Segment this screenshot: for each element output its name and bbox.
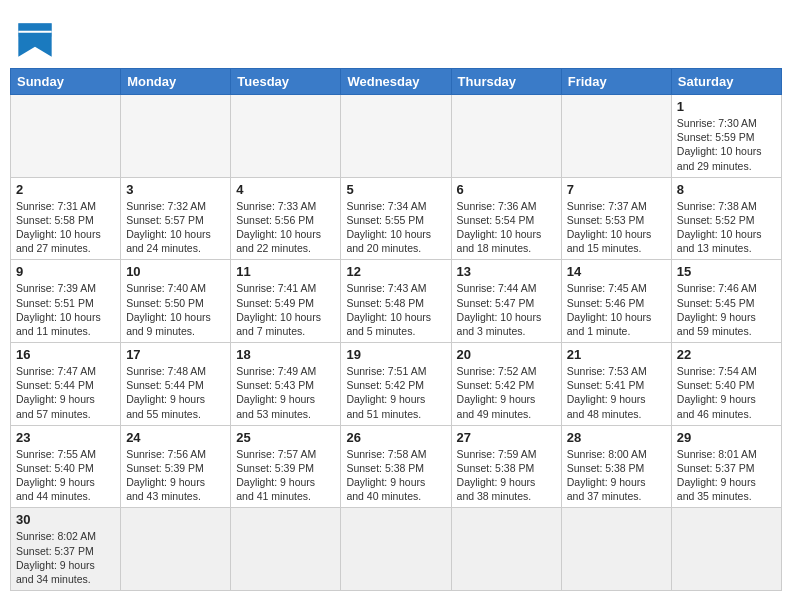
day-info: Sunrise: 7:52 AMSunset: 5:42 PMDaylight:… — [457, 364, 556, 421]
calendar-week-4: 16Sunrise: 7:47 AMSunset: 5:44 PMDayligh… — [11, 343, 782, 426]
calendar-cell — [561, 95, 671, 178]
calendar-week-1: 1Sunrise: 7:30 AMSunset: 5:59 PMDaylight… — [11, 95, 782, 178]
day-number: 21 — [567, 347, 666, 362]
calendar-cell: 4Sunrise: 7:33 AMSunset: 5:56 PMDaylight… — [231, 177, 341, 260]
day-info: Sunrise: 7:31 AMSunset: 5:58 PMDaylight:… — [16, 199, 115, 256]
calendar-cell: 10Sunrise: 7:40 AMSunset: 5:50 PMDayligh… — [121, 260, 231, 343]
calendar-cell: 24Sunrise: 7:56 AMSunset: 5:39 PMDayligh… — [121, 425, 231, 508]
calendar-cell: 18Sunrise: 7:49 AMSunset: 5:43 PMDayligh… — [231, 343, 341, 426]
calendar-cell: 2Sunrise: 7:31 AMSunset: 5:58 PMDaylight… — [11, 177, 121, 260]
day-info: Sunrise: 8:01 AMSunset: 5:37 PMDaylight:… — [677, 447, 776, 504]
day-info: Sunrise: 7:45 AMSunset: 5:46 PMDaylight:… — [567, 281, 666, 338]
weekday-tuesday: Tuesday — [231, 69, 341, 95]
calendar-cell: 1Sunrise: 7:30 AMSunset: 5:59 PMDaylight… — [671, 95, 781, 178]
day-number: 15 — [677, 264, 776, 279]
day-info: Sunrise: 7:33 AMSunset: 5:56 PMDaylight:… — [236, 199, 335, 256]
day-number: 25 — [236, 430, 335, 445]
day-info: Sunrise: 7:38 AMSunset: 5:52 PMDaylight:… — [677, 199, 776, 256]
day-info: Sunrise: 7:39 AMSunset: 5:51 PMDaylight:… — [16, 281, 115, 338]
day-info: Sunrise: 7:59 AMSunset: 5:38 PMDaylight:… — [457, 447, 556, 504]
calendar-cell: 3Sunrise: 7:32 AMSunset: 5:57 PMDaylight… — [121, 177, 231, 260]
calendar-cell — [231, 95, 341, 178]
day-number: 8 — [677, 182, 776, 197]
day-info: Sunrise: 7:58 AMSunset: 5:38 PMDaylight:… — [346, 447, 445, 504]
logo — [10, 20, 62, 60]
calendar-cell: 17Sunrise: 7:48 AMSunset: 5:44 PMDayligh… — [121, 343, 231, 426]
calendar-cell — [11, 95, 121, 178]
day-info: Sunrise: 7:49 AMSunset: 5:43 PMDaylight:… — [236, 364, 335, 421]
day-number: 12 — [346, 264, 445, 279]
day-info: Sunrise: 7:34 AMSunset: 5:55 PMDaylight:… — [346, 199, 445, 256]
weekday-header-row: SundayMondayTuesdayWednesdayThursdayFrid… — [11, 69, 782, 95]
calendar-cell: 19Sunrise: 7:51 AMSunset: 5:42 PMDayligh… — [341, 343, 451, 426]
calendar-cell: 7Sunrise: 7:37 AMSunset: 5:53 PMDaylight… — [561, 177, 671, 260]
weekday-saturday: Saturday — [671, 69, 781, 95]
calendar-header: SundayMondayTuesdayWednesdayThursdayFrid… — [11, 69, 782, 95]
calendar-cell: 30Sunrise: 8:02 AMSunset: 5:37 PMDayligh… — [11, 508, 121, 591]
day-info: Sunrise: 7:54 AMSunset: 5:40 PMDaylight:… — [677, 364, 776, 421]
day-info: Sunrise: 7:44 AMSunset: 5:47 PMDaylight:… — [457, 281, 556, 338]
calendar-body: 1Sunrise: 7:30 AMSunset: 5:59 PMDaylight… — [11, 95, 782, 591]
day-info: Sunrise: 7:41 AMSunset: 5:49 PMDaylight:… — [236, 281, 335, 338]
day-info: Sunrise: 7:32 AMSunset: 5:57 PMDaylight:… — [126, 199, 225, 256]
calendar-week-5: 23Sunrise: 7:55 AMSunset: 5:40 PMDayligh… — [11, 425, 782, 508]
day-info: Sunrise: 7:51 AMSunset: 5:42 PMDaylight:… — [346, 364, 445, 421]
weekday-sunday: Sunday — [11, 69, 121, 95]
day-info: Sunrise: 7:56 AMSunset: 5:39 PMDaylight:… — [126, 447, 225, 504]
day-info: Sunrise: 7:40 AMSunset: 5:50 PMDaylight:… — [126, 281, 225, 338]
calendar-cell: 20Sunrise: 7:52 AMSunset: 5:42 PMDayligh… — [451, 343, 561, 426]
calendar: SundayMondayTuesdayWednesdayThursdayFrid… — [10, 68, 782, 591]
calendar-week-2: 2Sunrise: 7:31 AMSunset: 5:58 PMDaylight… — [11, 177, 782, 260]
day-info: Sunrise: 8:02 AMSunset: 5:37 PMDaylight:… — [16, 529, 115, 586]
day-number: 30 — [16, 512, 115, 527]
day-info: Sunrise: 7:37 AMSunset: 5:53 PMDaylight:… — [567, 199, 666, 256]
calendar-cell: 16Sunrise: 7:47 AMSunset: 5:44 PMDayligh… — [11, 343, 121, 426]
day-info: Sunrise: 7:30 AMSunset: 5:59 PMDaylight:… — [677, 116, 776, 173]
day-info: Sunrise: 7:36 AMSunset: 5:54 PMDaylight:… — [457, 199, 556, 256]
day-number: 6 — [457, 182, 556, 197]
calendar-cell — [231, 508, 341, 591]
day-number: 3 — [126, 182, 225, 197]
calendar-cell: 28Sunrise: 8:00 AMSunset: 5:38 PMDayligh… — [561, 425, 671, 508]
day-number: 22 — [677, 347, 776, 362]
day-info: Sunrise: 8:00 AMSunset: 5:38 PMDaylight:… — [567, 447, 666, 504]
calendar-cell — [451, 95, 561, 178]
calendar-cell — [671, 508, 781, 591]
calendar-cell: 9Sunrise: 7:39 AMSunset: 5:51 PMDaylight… — [11, 260, 121, 343]
day-number: 10 — [126, 264, 225, 279]
calendar-cell: 26Sunrise: 7:58 AMSunset: 5:38 PMDayligh… — [341, 425, 451, 508]
calendar-cell — [121, 95, 231, 178]
calendar-cell: 14Sunrise: 7:45 AMSunset: 5:46 PMDayligh… — [561, 260, 671, 343]
calendar-cell — [561, 508, 671, 591]
day-number: 28 — [567, 430, 666, 445]
general-blue-icon — [10, 20, 60, 60]
calendar-cell — [451, 508, 561, 591]
day-number: 13 — [457, 264, 556, 279]
day-number: 16 — [16, 347, 115, 362]
day-number: 27 — [457, 430, 556, 445]
day-number: 20 — [457, 347, 556, 362]
calendar-cell — [341, 95, 451, 178]
weekday-monday: Monday — [121, 69, 231, 95]
day-info: Sunrise: 7:47 AMSunset: 5:44 PMDaylight:… — [16, 364, 115, 421]
weekday-wednesday: Wednesday — [341, 69, 451, 95]
day-number: 4 — [236, 182, 335, 197]
calendar-cell: 25Sunrise: 7:57 AMSunset: 5:39 PMDayligh… — [231, 425, 341, 508]
day-info: Sunrise: 7:43 AMSunset: 5:48 PMDaylight:… — [346, 281, 445, 338]
day-number: 14 — [567, 264, 666, 279]
day-info: Sunrise: 7:55 AMSunset: 5:40 PMDaylight:… — [16, 447, 115, 504]
calendar-cell: 8Sunrise: 7:38 AMSunset: 5:52 PMDaylight… — [671, 177, 781, 260]
calendar-cell — [121, 508, 231, 591]
day-number: 1 — [677, 99, 776, 114]
calendar-cell: 15Sunrise: 7:46 AMSunset: 5:45 PMDayligh… — [671, 260, 781, 343]
calendar-cell: 22Sunrise: 7:54 AMSunset: 5:40 PMDayligh… — [671, 343, 781, 426]
calendar-week-3: 9Sunrise: 7:39 AMSunset: 5:51 PMDaylight… — [11, 260, 782, 343]
header — [10, 10, 782, 60]
page: SundayMondayTuesdayWednesdayThursdayFrid… — [0, 0, 792, 601]
day-number: 9 — [16, 264, 115, 279]
calendar-cell: 12Sunrise: 7:43 AMSunset: 5:48 PMDayligh… — [341, 260, 451, 343]
calendar-cell: 6Sunrise: 7:36 AMSunset: 5:54 PMDaylight… — [451, 177, 561, 260]
calendar-cell — [341, 508, 451, 591]
day-number: 7 — [567, 182, 666, 197]
calendar-cell: 21Sunrise: 7:53 AMSunset: 5:41 PMDayligh… — [561, 343, 671, 426]
